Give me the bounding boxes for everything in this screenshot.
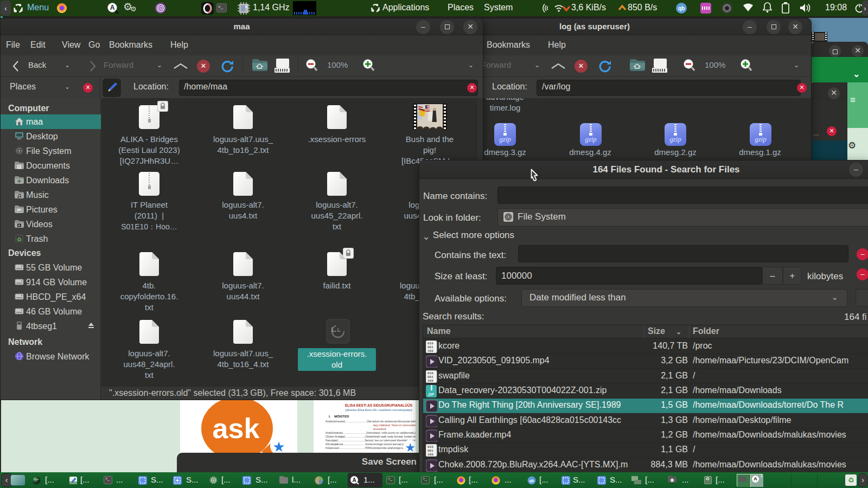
svg-text:ELISA EESTI AS SIDUSGRUPIANALÜ: ELISA EESTI AS SIDUSGRUPIANALÜÜS [345, 403, 413, 407]
svg-text:aeg määratud. Need on tulemust: aeg määratud. Need on tulemustele, tööde… [373, 423, 416, 427]
svg-text:★: ★ [272, 439, 285, 453]
svg-text:A: A [352, 477, 356, 483]
svg-text:★: ★ [405, 441, 416, 453]
svg-text:Analüüsimeetod................: Analüüsimeetod..........................… [326, 420, 416, 423]
svg-text:qb: qb [678, 5, 685, 11]
svg-text:I. MÕISTED: I. MÕISTED [329, 415, 349, 418]
svg-text:Külastused....................: Külastused..............................… [326, 446, 416, 450]
svg-text:Olulise hindajad..............: Olulise hindajad........................… [326, 435, 416, 438]
svg-text:Kasutajad.....................: Kasutajad...............................… [326, 439, 416, 442]
svg-text:Kõrvalejäänud.................: Kõrvalejäänud...........................… [326, 442, 416, 446]
svg-text:ask: ask [213, 413, 260, 444]
svg-text:(allusites Elisa Eesti AS-i ve: (allusites Elisa Eesti AS-i veebilehe tu… [345, 408, 412, 412]
svg-text:qb: qb [529, 479, 534, 483]
svg-text:♻: ♻ [848, 476, 854, 484]
svg-text:♻: ♻ [17, 236, 22, 242]
svg-text:arvestatud.: arvestatud. [373, 427, 387, 431]
svg-text:Analüüsitavad.................: Analüüsitavad...........................… [326, 431, 416, 434]
svg-text:A: A [110, 4, 115, 11]
